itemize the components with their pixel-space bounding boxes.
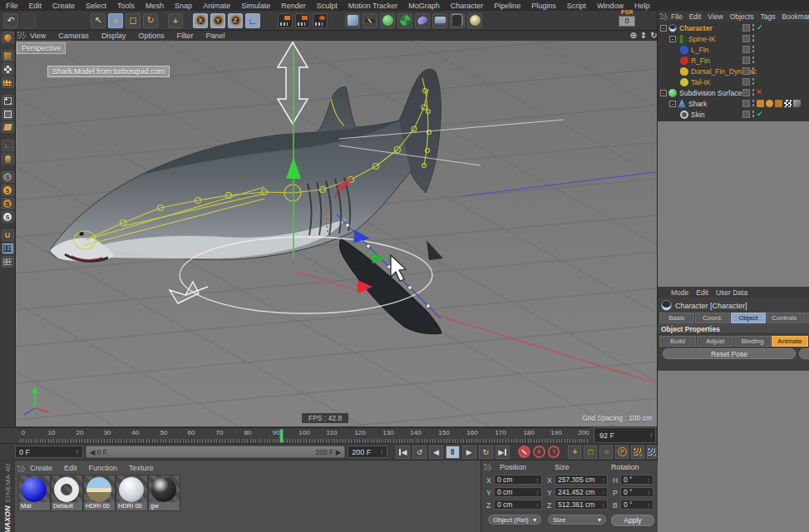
tab-basic[interactable]: Basic bbox=[659, 313, 694, 323]
magnet-snap-icon[interactable]: U bbox=[2, 229, 14, 241]
render-view-icon[interactable] bbox=[278, 13, 293, 28]
current-frame-field[interactable]: 92 F ↕ bbox=[594, 427, 656, 443]
stepper-icon[interactable]: ↕ bbox=[377, 448, 383, 456]
enable-axis-icon[interactable]: ∟ bbox=[2, 140, 14, 151]
add-field-icon[interactable] bbox=[415, 13, 430, 28]
object-label[interactable]: Skin bbox=[691, 111, 705, 119]
timeline-playhead[interactable] bbox=[279, 429, 284, 443]
vp-menu-display[interactable]: Display bbox=[101, 32, 126, 40]
panel-grip-icon[interactable] bbox=[17, 466, 25, 472]
tree-row-tail-ik[interactable]: Tail-IK bbox=[658, 76, 809, 87]
snap-disabled-icon[interactable]: S bbox=[2, 171, 14, 183]
collapse-icon[interactable]: - bbox=[660, 25, 667, 32]
material-item[interactable]: gw bbox=[148, 475, 180, 511]
tree-row-subdivision-surface[interactable]: - Subdivision Surface × bbox=[658, 87, 809, 98]
object-label[interactable]: Character bbox=[679, 24, 713, 32]
menu-character[interactable]: Character bbox=[451, 2, 484, 10]
om-menu-bookmarks[interactable]: Bookmarks bbox=[782, 12, 809, 21]
size-z-field[interactable]: 512.361 cm↕ bbox=[555, 500, 608, 510]
object-label[interactable]: Subdivision Surface bbox=[679, 89, 742, 97]
object-label[interactable]: Tail-IK bbox=[691, 78, 711, 86]
add-floor-icon[interactable] bbox=[432, 13, 447, 28]
menu-motion-tracker[interactable]: Motion Tracker bbox=[348, 2, 398, 10]
om-menu-file[interactable]: File bbox=[671, 12, 683, 21]
texture-tag-icon[interactable] bbox=[784, 100, 792, 107]
reset-pose-button[interactable]: Reset Pose bbox=[663, 348, 796, 359]
menu-sculpt[interactable]: Sculpt bbox=[317, 2, 338, 10]
mat-menu-edit[interactable]: Edit bbox=[64, 464, 77, 472]
position-z-field[interactable]: 0 cm↕ bbox=[494, 500, 542, 510]
tree-row-skin[interactable]: Skin ✓ bbox=[658, 109, 809, 120]
tree-row-l-fin[interactable]: L_Fin bbox=[658, 44, 809, 55]
collapse-icon[interactable]: - bbox=[669, 101, 676, 107]
tree-row-spine-ik[interactable]: - Spine-IK bbox=[658, 33, 809, 44]
visibility-dots[interactable] bbox=[752, 99, 755, 107]
add-deformer-icon[interactable] bbox=[397, 13, 412, 28]
undo-icon[interactable]: ↶ bbox=[3, 13, 18, 28]
menu-window[interactable]: Window bbox=[597, 2, 624, 10]
am-menu-mode[interactable]: Mode bbox=[671, 288, 688, 297]
position-x-field[interactable]: 0 cm↕ bbox=[494, 475, 542, 485]
timeline-ruler[interactable]: 0 10 20 30 40 50 60 70 80 90 100 110 120… bbox=[0, 427, 590, 444]
snap-settings-icon[interactable]: S bbox=[2, 211, 14, 223]
size-mode-dropdown[interactable]: Size▾ bbox=[548, 515, 606, 525]
coordinate-system-icon[interactable]: ∟ bbox=[245, 13, 260, 28]
material-item[interactable]: HDRI 00 bbox=[116, 475, 148, 511]
material-item[interactable]: HDRI 00 bbox=[83, 475, 116, 511]
key-scale-button[interactable]: □ bbox=[584, 446, 597, 459]
visibility-dots[interactable] bbox=[752, 45, 755, 53]
mat-menu-texture[interactable]: Texture bbox=[129, 464, 154, 472]
live-selection-icon[interactable]: ↖ bbox=[91, 13, 106, 28]
mat-menu-create[interactable]: Create bbox=[30, 464, 52, 472]
panel-grip-icon[interactable] bbox=[484, 464, 491, 470]
menu-create[interactable]: Create bbox=[52, 2, 75, 10]
menu-file[interactable]: File bbox=[6, 2, 18, 10]
viewport-pan-icon[interactable]: ⊕ bbox=[629, 31, 636, 40]
scale-tool-icon[interactable]: ◻ bbox=[126, 13, 141, 28]
tab-object[interactable]: Object bbox=[731, 313, 766, 323]
goto-start-button[interactable]: ◀ bbox=[396, 446, 410, 459]
lock-y-axis-icon[interactable]: Y bbox=[210, 13, 225, 28]
model-mode-icon[interactable] bbox=[2, 50, 14, 62]
layer-box[interactable] bbox=[742, 46, 750, 53]
visibility-dots[interactable] bbox=[752, 34, 755, 42]
tree-row-shark[interactable]: - Shark bbox=[658, 98, 809, 109]
lock-z-axis-icon[interactable]: Z bbox=[228, 13, 243, 28]
frame-start-field[interactable]: 0 F ↕ bbox=[15, 446, 83, 458]
texture-mode-icon[interactable] bbox=[2, 63, 14, 75]
add-cube-icon[interactable] bbox=[345, 13, 360, 28]
layer-box[interactable] bbox=[742, 78, 750, 86]
perspective-viewport[interactable]: View Cameras Display Options Filter Pane… bbox=[15, 30, 657, 426]
am-menu-user-data[interactable]: User Data bbox=[716, 288, 747, 297]
panel-grip-icon[interactable] bbox=[17, 32, 26, 39]
play-forwards-button[interactable]: ↻ bbox=[479, 446, 493, 459]
weight-tag-icon[interactable] bbox=[775, 100, 782, 107]
layer-box[interactable] bbox=[742, 111, 750, 118]
next-frame-button[interactable]: ▶ bbox=[462, 446, 476, 459]
vp-menu-view[interactable]: View bbox=[30, 32, 46, 40]
collapse-icon[interactable]: - bbox=[669, 36, 676, 42]
menu-help[interactable]: Help bbox=[634, 2, 650, 10]
menu-render[interactable]: Render bbox=[281, 2, 306, 10]
keyframe-selection-button[interactable]: ? bbox=[548, 446, 560, 458]
position-y-field[interactable]: 0 cm↕ bbox=[494, 487, 542, 497]
visibility-dots[interactable] bbox=[752, 66, 755, 75]
menu-animate[interactable]: Animate bbox=[203, 2, 230, 10]
edges-mode-icon[interactable] bbox=[2, 108, 14, 120]
goto-end-button[interactable]: ▶ bbox=[496, 446, 510, 459]
visibility-dots[interactable] bbox=[752, 88, 755, 96]
enabled-check-icon[interactable]: ✓ bbox=[757, 23, 763, 32]
menu-tools[interactable]: Tools bbox=[117, 2, 135, 10]
object-label[interactable]: Shark bbox=[688, 100, 707, 108]
om-menu-tags[interactable]: Tags bbox=[760, 12, 775, 21]
viewport-solo-icon[interactable] bbox=[2, 153, 14, 165]
previous-frame-button[interactable]: ◀ bbox=[429, 446, 443, 459]
snap-enabled-icon[interactable]: S bbox=[2, 185, 14, 196]
workplane-grid-icon[interactable] bbox=[2, 256, 14, 268]
add-spline-pen-icon[interactable] bbox=[363, 13, 377, 28]
snap-modes-icon[interactable]: S bbox=[2, 198, 14, 209]
last-tool-icon[interactable]: + bbox=[168, 13, 183, 28]
add-light-icon[interactable] bbox=[467, 13, 482, 28]
render-picture-viewer-icon[interactable] bbox=[295, 13, 310, 28]
workplane-mode-icon[interactable] bbox=[2, 76, 14, 88]
